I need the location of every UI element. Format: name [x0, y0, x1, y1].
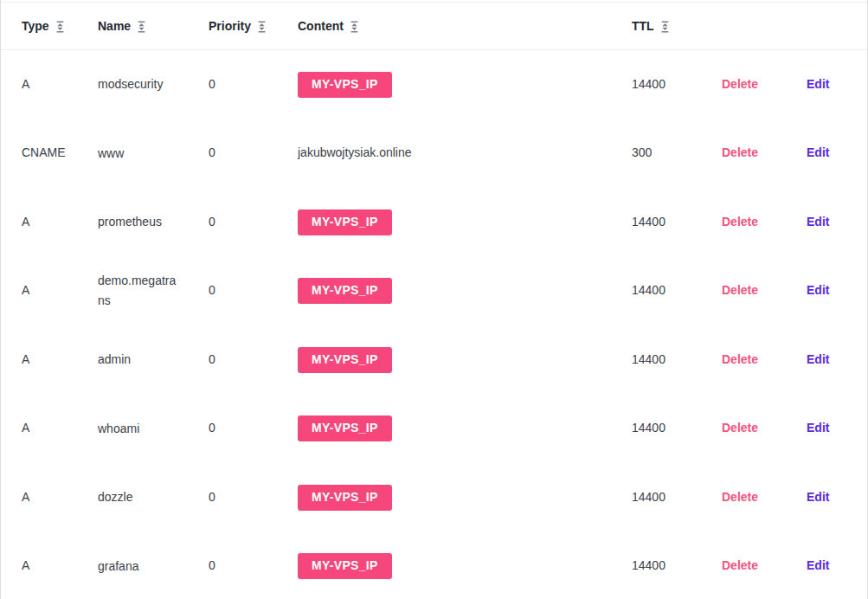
column-header-type[interactable]: Type	[1, 19, 98, 33]
edit-button[interactable]: Edit	[807, 77, 829, 91]
sort-arrows-icon[interactable]	[55, 21, 65, 33]
record-priority: 0	[209, 145, 298, 162]
record-name: modsecurity	[98, 74, 163, 94]
record-content: MY-VPS_IP	[298, 209, 392, 235]
record-name-cell: admin	[98, 350, 209, 370]
record-delete-cell: Delete	[718, 420, 794, 437]
record-name-cell: dozzle	[98, 487, 209, 507]
record-content: MY-VPS_IP	[298, 485, 392, 511]
record-ttl: 14400	[632, 282, 718, 300]
delete-button[interactable]: Delete	[722, 558, 758, 572]
column-header-ttl[interactable]: TTL	[632, 19, 718, 33]
record-name: admin	[98, 350, 131, 370]
record-priority: 0	[209, 76, 298, 93]
record-name: demo.megatrans	[98, 271, 181, 311]
record-ttl: 14400	[632, 420, 718, 437]
record-ttl: 14400	[632, 76, 718, 93]
delete-button[interactable]: Delete	[722, 421, 758, 435]
record-type: A	[1, 282, 98, 300]
sort-arrows-icon[interactable]	[257, 21, 267, 33]
record-content-cell: jakubwojtysiak.online	[298, 145, 632, 162]
delete-button[interactable]: Delete	[722, 283, 758, 297]
column-header-priority-label: Priority	[209, 19, 251, 33]
record-delete-cell: Delete	[718, 489, 794, 506]
record-name: whoami	[98, 419, 139, 439]
table-body: A modsecurity 0 MY-VPS_IP 14400 Delete E…	[1, 50, 867, 599]
delete-button[interactable]: Delete	[722, 352, 758, 366]
edit-button[interactable]: Edit	[807, 145, 829, 159]
record-content-cell: MY-VPS_IP	[298, 72, 632, 98]
delete-button[interactable]: Delete	[722, 77, 758, 91]
record-name: www	[98, 144, 124, 164]
record-delete-cell: Delete	[718, 351, 794, 369]
record-content-cell: MY-VPS_IP	[298, 553, 632, 579]
delete-button[interactable]: Delete	[722, 490, 758, 504]
record-ttl: 14400	[632, 351, 718, 369]
record-priority: 0	[209, 351, 298, 369]
record-delete-cell: Delete	[718, 214, 794, 231]
edit-button[interactable]: Edit	[807, 421, 829, 435]
record-type: A	[1, 420, 98, 437]
record-name-cell: www	[98, 144, 209, 164]
record-delete-cell: Delete	[718, 76, 794, 93]
column-header-name[interactable]: Name	[98, 19, 209, 33]
record-type: A	[1, 351, 98, 369]
record-content: MY-VPS_IP	[298, 278, 392, 304]
table-row: A prometheus 0 MY-VPS_IP 14400 Delete Ed…	[1, 188, 867, 257]
record-edit-cell: Edit	[794, 489, 867, 506]
record-priority: 0	[209, 282, 298, 300]
column-header-content[interactable]: Content	[298, 19, 632, 33]
record-edit-cell: Edit	[794, 420, 867, 437]
record-name-cell: grafana	[98, 557, 209, 576]
record-type: A	[1, 214, 98, 231]
record-content-cell: MY-VPS_IP	[298, 347, 632, 373]
record-delete-cell: Delete	[718, 145, 794, 162]
record-priority: 0	[209, 557, 298, 575]
record-ttl: 300	[632, 145, 718, 162]
dns-records-table: Type Name Priority Content TTL A modsecu…	[0, 0, 868, 599]
sort-arrows-icon[interactable]	[137, 21, 146, 33]
column-header-type-label: Type	[22, 19, 49, 33]
record-name-cell: prometheus	[98, 212, 209, 232]
record-edit-cell: Edit	[794, 282, 867, 300]
record-type: A	[1, 489, 98, 506]
column-header-name-label: Name	[98, 19, 131, 33]
table-row: A modsecurity 0 MY-VPS_IP 14400 Delete E…	[1, 50, 867, 119]
column-header-priority[interactable]: Priority	[209, 19, 298, 33]
record-type: A	[1, 557, 98, 575]
record-name-cell: whoami	[98, 419, 209, 439]
record-edit-cell: Edit	[794, 76, 867, 93]
edit-button[interactable]: Edit	[807, 352, 829, 366]
record-ttl: 14400	[632, 557, 718, 575]
sort-arrows-icon[interactable]	[350, 21, 359, 33]
delete-button[interactable]: Delete	[722, 215, 758, 229]
record-edit-cell: Edit	[794, 351, 867, 369]
record-content: MY-VPS_IP	[298, 415, 392, 441]
record-edit-cell: Edit	[794, 214, 867, 231]
record-content-cell: MY-VPS_IP	[298, 415, 632, 441]
record-content: MY-VPS_IP	[298, 553, 392, 579]
record-delete-cell: Delete	[718, 282, 794, 300]
table-header-row: Type Name Priority Content TTL	[1, 2, 867, 50]
edit-button[interactable]: Edit	[807, 215, 829, 229]
delete-button[interactable]: Delete	[722, 145, 758, 159]
column-header-ttl-label: TTL	[632, 19, 654, 33]
record-priority: 0	[209, 214, 298, 231]
table-row: A dozzle 0 MY-VPS_IP 14400 Delete Edit	[1, 463, 867, 532]
edit-button[interactable]: Edit	[807, 490, 829, 504]
record-ttl: 14400	[632, 489, 718, 506]
record-ttl: 14400	[632, 214, 718, 231]
edit-button[interactable]: Edit	[807, 283, 829, 297]
table-row: CNAME www 0 jakubwojtysiak.online 300 De…	[1, 119, 867, 189]
record-delete-cell: Delete	[718, 557, 794, 575]
record-content-cell: MY-VPS_IP	[298, 209, 632, 235]
record-priority: 0	[209, 489, 298, 506]
edit-button[interactable]: Edit	[807, 558, 829, 572]
record-name: prometheus	[98, 212, 162, 232]
record-content: jakubwojtysiak.online	[298, 145, 412, 159]
record-content-cell: MY-VPS_IP	[298, 485, 632, 511]
sort-arrows-icon[interactable]	[660, 21, 670, 33]
record-content-cell: MY-VPS_IP	[298, 278, 632, 304]
record-content: MY-VPS_IP	[298, 347, 392, 373]
record-name-cell: modsecurity	[98, 74, 209, 94]
